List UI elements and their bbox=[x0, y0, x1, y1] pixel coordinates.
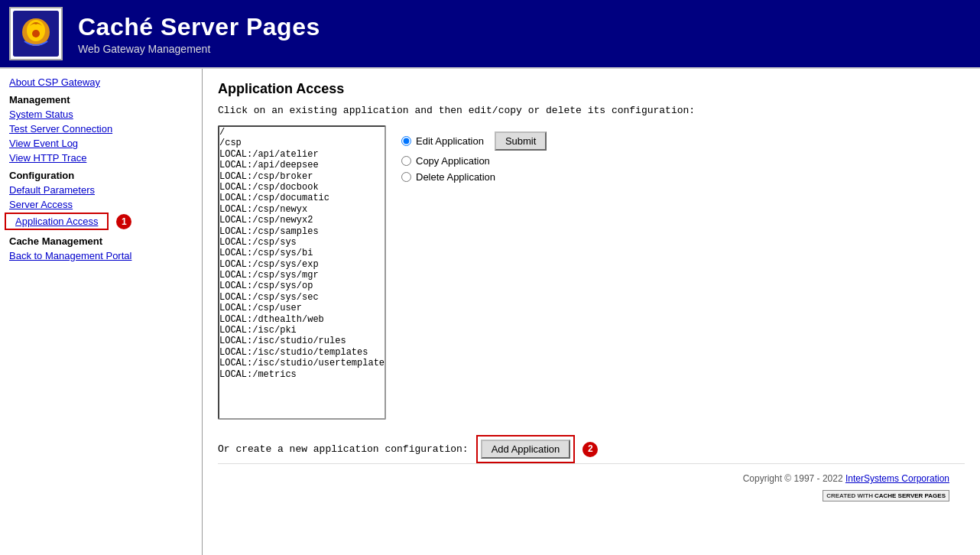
app-item[interactable]: LOCAL:/csp/sys/mgr bbox=[219, 270, 385, 281]
header-subtitle: Web Gateway Management bbox=[78, 43, 320, 55]
app-item[interactable]: LOCAL:/api/deepsee bbox=[219, 160, 385, 170]
add-app-highlight-box: Add Application bbox=[476, 435, 576, 463]
radio-delete-row: Delete Application bbox=[401, 171, 547, 183]
app-item[interactable]: LOCAL:/csp/user bbox=[219, 303, 385, 313]
app-item[interactable]: LOCAL:/csp/sys bbox=[219, 237, 385, 248]
submit-button[interactable]: Submit bbox=[495, 131, 547, 151]
app-item[interactable]: LOCAL:/csp/sys/bi bbox=[219, 248, 385, 258]
app-item[interactable]: LOCAL:/dthealth/web bbox=[219, 314, 385, 325]
page-title: Application Access bbox=[218, 81, 965, 97]
sidebar-item-view-http-trace[interactable]: View HTTP Trace bbox=[0, 151, 202, 165]
app-item[interactable]: /csp bbox=[219, 138, 385, 148]
add-app-row: Or create a new application configuratio… bbox=[218, 435, 965, 463]
app-item[interactable]: LOCAL:/csp/documatic bbox=[219, 193, 385, 203]
app-item[interactable]: LOCAL:/csp/samples bbox=[219, 226, 385, 237]
app-item[interactable]: LOCAL:/csp/sys/op bbox=[219, 281, 385, 291]
page-description: Click on an existing application and the… bbox=[218, 105, 965, 116]
badge-2: 2 bbox=[582, 442, 598, 457]
app-item[interactable]: LOCAL:/isc/studio/rules bbox=[219, 336, 385, 346]
page-layout: About CSP Gateway Management System Stat… bbox=[0, 69, 980, 555]
sidebar-item-view-event-log[interactable]: View Event Log bbox=[0, 136, 202, 151]
app-item[interactable]: LOCAL:/csp/broker bbox=[219, 171, 385, 182]
radio-copy[interactable] bbox=[401, 156, 411, 166]
app-item[interactable]: LOCAL:/isc/pki bbox=[219, 325, 385, 336]
footer-copyright: Copyright © 1997 - 2022 InterSystems Cor… bbox=[233, 473, 949, 484]
sidebar-item-back-to-portal[interactable]: Back to Management Portal bbox=[0, 248, 202, 263]
sidebar-item-system-status[interactable]: System Status bbox=[0, 107, 202, 122]
app-item[interactable]: LOCAL:/csp/sys/sec bbox=[219, 292, 385, 303]
app-item[interactable]: LOCAL:/isc/studio/templates bbox=[219, 347, 385, 358]
svg-point-3 bbox=[32, 30, 40, 37]
header-title: Caché Server Pages bbox=[78, 13, 320, 41]
radio-copy-label: Copy Application bbox=[416, 155, 490, 167]
app-item[interactable]: LOCAL:/metrics bbox=[219, 369, 385, 380]
cache-label: CACHE SERVER PAGES bbox=[875, 492, 946, 499]
sidebar-section-cache-management: Cache Management bbox=[0, 231, 202, 248]
footer: Copyright © 1997 - 2022 InterSystems Cor… bbox=[218, 463, 965, 511]
sidebar-item-test-server-connection[interactable]: Test Server Connection bbox=[0, 122, 202, 136]
sidebar-item-application-access[interactable]: Application Access bbox=[5, 213, 109, 230]
header-logo bbox=[9, 7, 63, 60]
app-item[interactable]: LOCAL:/csp/docbook bbox=[219, 182, 385, 193]
radio-edit[interactable] bbox=[401, 136, 411, 146]
sidebar-item-server-access[interactable]: Server Access bbox=[0, 197, 202, 212]
logo-image bbox=[13, 11, 59, 57]
radio-delete-label: Delete Application bbox=[416, 171, 495, 183]
app-list-container: / /csp LOCAL:/api/atelier LOCAL:/api/dee… bbox=[218, 125, 965, 420]
action-radio-group: Edit Application Submit Copy Application… bbox=[401, 131, 547, 183]
radio-delete[interactable] bbox=[401, 172, 411, 182]
created-with-text: CREATED WITH bbox=[826, 492, 873, 499]
app-item[interactable]: LOCAL:/csp/newyx bbox=[219, 204, 385, 215]
footer-company-link[interactable]: InterSystems Corporation bbox=[845, 473, 949, 484]
footer-logo-container: CREATED WITH CACHE SERVER PAGES bbox=[233, 487, 949, 501]
add-app-prefix: Or create a new application configuratio… bbox=[218, 443, 469, 455]
header-text: Caché Server Pages Web Gateway Managemen… bbox=[78, 13, 320, 55]
footer-cache-logo: CREATED WITH CACHE SERVER PAGES bbox=[823, 490, 949, 501]
app-item[interactable]: LOCAL:/api/atelier bbox=[219, 149, 385, 160]
sidebar-section-configuration: Configuration bbox=[0, 165, 202, 183]
header: Caché Server Pages Web Gateway Managemen… bbox=[0, 0, 980, 69]
app-item[interactable]: LOCAL:/csp/sys/exp bbox=[219, 259, 385, 270]
main-content: Application Access Click on an existing … bbox=[203, 69, 980, 555]
app-item[interactable]: / bbox=[219, 127, 385, 138]
sidebar-item-default-parameters[interactable]: Default Parameters bbox=[0, 183, 202, 197]
sidebar-link-about[interactable]: About CSP Gateway bbox=[0, 75, 202, 89]
application-listbox[interactable]: / /csp LOCAL:/api/atelier LOCAL:/api/dee… bbox=[218, 125, 386, 420]
sidebar-section-management: Management bbox=[0, 89, 202, 107]
app-item[interactable]: LOCAL:/isc/studio/usertemplates bbox=[219, 358, 385, 368]
copyright-text: Copyright © 1997 - 2022 bbox=[743, 473, 843, 484]
radio-copy-row: Copy Application bbox=[401, 155, 547, 167]
app-item[interactable]: LOCAL:/csp/newyx2 bbox=[219, 215, 385, 226]
radio-edit-row: Edit Application Submit bbox=[401, 131, 547, 151]
sidebar: About CSP Gateway Management System Stat… bbox=[0, 69, 203, 555]
radio-edit-label: Edit Application bbox=[416, 135, 484, 147]
add-application-button[interactable]: Add Application bbox=[481, 440, 571, 459]
badge-1: 1 bbox=[116, 214, 131, 229]
